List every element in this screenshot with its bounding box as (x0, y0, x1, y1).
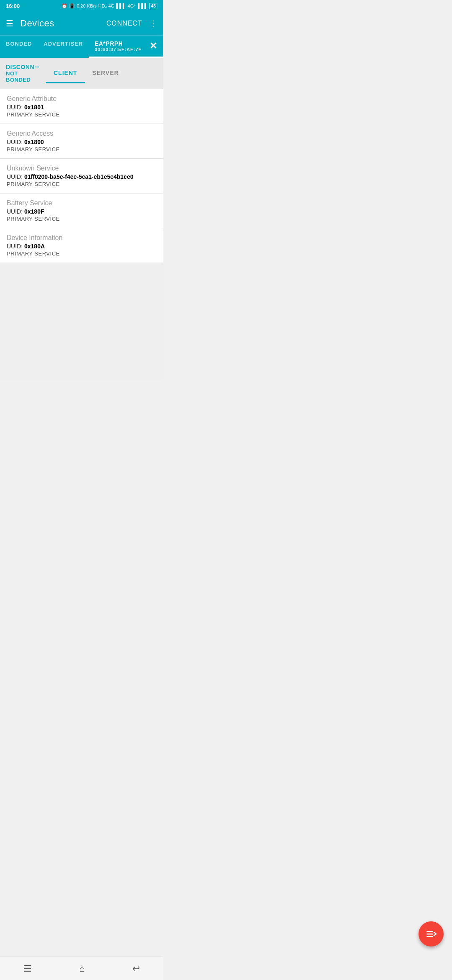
signal-bars2-icon: ▌▌▌ (138, 3, 147, 8)
service-name: Unknown Service (7, 165, 157, 172)
service-name: Generic Access (7, 130, 157, 137)
status-time: 16:00 (6, 3, 20, 9)
hd-icon: HD₂ (98, 3, 107, 9)
service-type: PRIMARY SERVICE (7, 250, 157, 257)
app-toolbar: ☰ Devices CONNECT ⋮ (0, 12, 163, 35)
connection-status: DISCONN··· NOTBONDED (0, 58, 46, 89)
uuid-value: 0x180F (24, 208, 44, 215)
service-uuid: UUID: 0x180F (7, 208, 157, 215)
signal-4g-icon: 4G (108, 3, 115, 8)
hamburger-menu-icon[interactable]: ☰ (6, 19, 13, 28)
service-name: Generic Attribute (7, 95, 157, 103)
tab-client[interactable]: CLIENT (46, 64, 85, 83)
service-name: Battery Service (7, 199, 157, 207)
service-type: PRIMARY SERVICE (7, 181, 157, 187)
signal-bars-icon: ▌▌▌ (116, 3, 126, 8)
signal-4gplus-icon: 4G⁺ (128, 3, 136, 9)
service-item-generic-access[interactable]: Generic Access UUID: 0x1800 PRIMARY SERV… (0, 124, 163, 159)
uuid-value: 0x1800 (24, 139, 44, 145)
client-server-tabs: CLIENT SERVER (46, 64, 163, 83)
prph-address: 00:60:37:5F:AF:7F (95, 47, 141, 52)
uuid-value: 0x180A (24, 243, 45, 250)
disconnected-label: DISCONN··· (6, 64, 40, 70)
battery-indicator: 45 (149, 3, 157, 9)
uuid-value: 0x1801 (24, 104, 44, 111)
alarm-icon: ⏰ (62, 3, 67, 9)
status-bar: 16:00 ⏰ 📳 0.20 KB/s HD₂ 4G ▌▌▌ 4G⁺ ▌▌▌ 4… (0, 0, 163, 12)
vibrate-icon: 📳 (69, 3, 75, 9)
service-uuid: UUID: 0x1801 (7, 104, 157, 111)
sub-header: DISCONN··· NOTBONDED CLIENT SERVER (0, 58, 163, 89)
empty-content-area (0, 263, 163, 380)
service-list: Generic Attribute UUID: 0x1801 PRIMARY S… (0, 89, 163, 263)
page-title: Devices (20, 18, 103, 29)
service-item-unknown[interactable]: Unknown Service UUID: 01ff0200-ba5e-f4ee… (0, 159, 163, 193)
device-tabs-bar: BONDED ADVERTISER EA*PRPH 00:60:37:5F:AF… (0, 35, 163, 58)
tab-advertiser[interactable]: ADVERTISER (38, 36, 89, 58)
service-uuid: UUID: 01ff0200-ba5e-f4ee-5ca1-eb1e5e4b1c… (7, 173, 157, 180)
service-type: PRIMARY SERVICE (7, 111, 157, 118)
more-options-icon[interactable]: ⋮ (149, 18, 157, 28)
not-bonded-label: NOTBONDED (6, 70, 40, 83)
tab-bonded[interactable]: BONDED (0, 36, 38, 58)
service-item-generic-attribute[interactable]: Generic Attribute UUID: 0x1801 PRIMARY S… (0, 89, 163, 124)
prph-name: EA*PRPH (95, 40, 141, 47)
status-icons: ⏰ 📳 0.20 KB/s HD₂ 4G ▌▌▌ 4G⁺ ▌▌▌ 45 (62, 3, 157, 9)
tab-server[interactable]: SERVER (85, 64, 126, 83)
tab-prph[interactable]: EA*PRPH 00:60:37:5F:AF:7F ✕ (89, 36, 163, 58)
service-type: PRIMARY SERVICE (7, 146, 157, 152)
service-uuid: UUID: 0x1800 (7, 139, 157, 145)
service-type: PRIMARY SERVICE (7, 216, 157, 222)
service-item-battery[interactable]: Battery Service UUID: 0x180F PRIMARY SER… (0, 193, 163, 228)
service-item-device-information[interactable]: Device Information UUID: 0x180A PRIMARY … (0, 228, 163, 263)
uuid-value: 01ff0200-ba5e-f4ee-5ca1-eb1e5e4b1ce0 (24, 173, 134, 180)
connect-button[interactable]: CONNECT (103, 17, 146, 30)
service-name: Device Information (7, 234, 157, 242)
service-uuid: UUID: 0x180A (7, 243, 157, 250)
close-tab-icon[interactable]: ✕ (148, 39, 159, 53)
speed-label: 0.20 KB/s (77, 3, 97, 8)
